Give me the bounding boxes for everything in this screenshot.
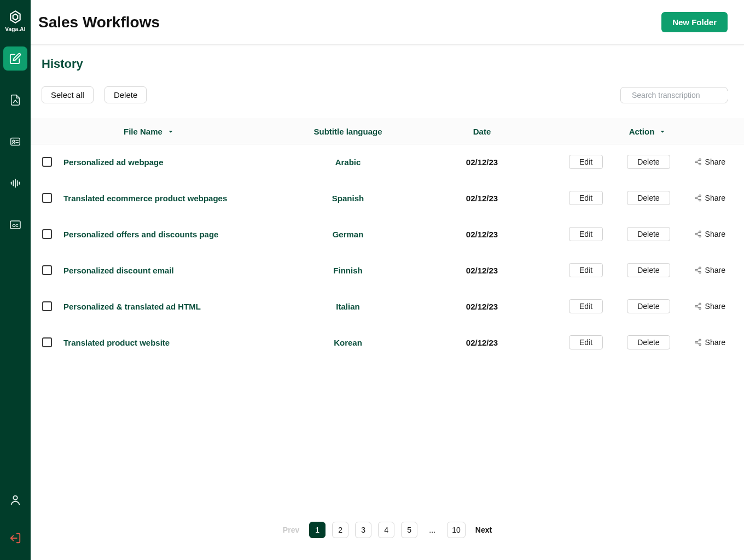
new-folder-button[interactable]: New Folder — [661, 12, 728, 32]
svg-line-23 — [697, 199, 699, 200]
page-title: Sales Workflows — [38, 14, 160, 31]
share-label: Share — [705, 230, 725, 238]
table-body: Personalized ad webpage Arabic 02/12/23 … — [31, 144, 744, 360]
file-name[interactable]: Translated product website — [63, 338, 282, 347]
subtitle-language: Korean — [282, 338, 414, 347]
sidebar-item-card[interactable] — [3, 130, 27, 154]
row-actions: Edit Delete Share — [550, 227, 744, 241]
row-checkbox[interactable] — [42, 157, 52, 167]
th-file-name[interactable]: File Name — [124, 127, 162, 136]
file-name[interactable]: Personalized ad webpage — [63, 158, 282, 167]
share-button[interactable]: Share — [694, 230, 725, 238]
sidebar-item-pdf[interactable] — [3, 88, 27, 112]
table-row: Translated product website Korean 02/12/… — [31, 325, 744, 360]
share-button[interactable]: Share — [694, 338, 725, 347]
edit-button[interactable]: Edit — [569, 191, 603, 205]
row-delete-button[interactable]: Delete — [627, 155, 670, 169]
share-button[interactable]: Share — [694, 266, 725, 275]
row-checkbox[interactable] — [42, 337, 52, 347]
search-box[interactable] — [620, 87, 728, 103]
row-checkbox[interactable] — [42, 265, 52, 275]
sidebar-item-profile[interactable] — [3, 488, 27, 512]
svg-line-24 — [697, 196, 699, 197]
brand-name: Vaga.AI — [5, 26, 26, 32]
row-checkbox[interactable] — [42, 301, 52, 311]
pagination-page[interactable]: 1 — [309, 522, 326, 538]
row-actions: Edit Delete Share — [550, 155, 744, 169]
sidebar-item-audio[interactable] — [3, 171, 27, 195]
svg-point-11 — [13, 496, 17, 500]
share-label: Share — [705, 194, 725, 202]
file-pdf-icon — [9, 94, 21, 106]
table: File Name Subtitle language Date Action … — [31, 119, 744, 506]
row-delete-button[interactable]: Delete — [627, 263, 670, 277]
pagination-page[interactable]: 2 — [332, 522, 348, 538]
edit-button[interactable]: Edit — [569, 227, 603, 241]
id-card-icon — [9, 136, 21, 148]
row-checkbox[interactable] — [42, 193, 52, 203]
file-name[interactable]: Personalized offers and discounts page — [63, 230, 282, 239]
pagination-ellipsis: ... — [424, 526, 440, 534]
share-icon — [694, 339, 702, 346]
file-name[interactable]: Personalized & translated ad HTML — [63, 302, 282, 311]
pagination: Prev12345...10Next — [31, 506, 744, 560]
subtitle-language: Finnish — [282, 266, 414, 275]
row-checkbox[interactable] — [42, 229, 52, 239]
svg-line-34 — [697, 269, 699, 270]
edit-square-icon — [9, 52, 21, 65]
edit-button[interactable]: Edit — [569, 299, 603, 313]
th-subtitle-language[interactable]: Subtitle language — [313, 127, 382, 136]
svg-line-39 — [697, 305, 699, 306]
file-name[interactable]: Translated ecommerce product webpages — [63, 194, 282, 203]
search-input[interactable] — [632, 91, 728, 100]
user-icon — [9, 494, 21, 506]
delete-button[interactable]: Delete — [104, 86, 147, 103]
pagination-next[interactable]: Next — [472, 523, 495, 536]
toolbar: Select all Delete — [31, 86, 744, 119]
pagination-page[interactable]: 4 — [378, 522, 394, 538]
share-button[interactable]: Share — [694, 194, 725, 202]
th-date[interactable]: Date — [473, 127, 491, 136]
row-delete-button[interactable]: Delete — [627, 191, 670, 205]
svg-line-38 — [697, 307, 699, 308]
row-date: 02/12/23 — [414, 302, 550, 311]
subtitle-language: Arabic — [282, 158, 414, 167]
topbar: Sales Workflows New Folder — [31, 0, 744, 45]
edit-button[interactable]: Edit — [569, 335, 603, 349]
share-button[interactable]: Share — [694, 158, 725, 166]
subtitle-language: Spanish — [282, 194, 414, 203]
row-delete-button[interactable]: Delete — [627, 335, 670, 349]
row-actions: Edit Delete Share — [550, 263, 744, 277]
select-all-button[interactable]: Select all — [42, 86, 94, 103]
row-delete-button[interactable]: Delete — [627, 227, 670, 241]
pagination-page[interactable]: 3 — [355, 522, 371, 538]
pagination-prev[interactable]: Prev — [280, 523, 303, 536]
sidebar-item-logout[interactable] — [3, 526, 27, 550]
share-label: Share — [705, 266, 725, 275]
section-header: History — [31, 57, 744, 71]
table-row: Personalized discount email Finnish 02/1… — [31, 253, 744, 288]
subtitle-language: Italian — [282, 302, 414, 311]
pagination-page[interactable]: 5 — [401, 522, 417, 538]
sidebar-item-edit[interactable] — [3, 46, 27, 71]
th-action[interactable]: Action — [629, 127, 655, 136]
table-row: Personalized & translated ad HTML Italia… — [31, 289, 744, 324]
pagination-page[interactable]: 10 — [447, 522, 466, 538]
svg-rect-2 — [11, 138, 20, 145]
share-button[interactable]: Share — [694, 302, 725, 311]
file-name[interactable]: Personalized discount email — [63, 266, 282, 275]
edit-button[interactable]: Edit — [569, 263, 603, 277]
audio-wave-icon — [9, 177, 21, 189]
svg-marker-0 — [10, 11, 20, 23]
share-icon — [694, 302, 702, 310]
svg-line-19 — [697, 160, 699, 161]
row-date: 02/12/23 — [414, 194, 550, 203]
row-actions: Edit Delete Share — [550, 191, 744, 205]
edit-button[interactable]: Edit — [569, 155, 603, 169]
caret-down-icon — [660, 129, 665, 135]
row-delete-button[interactable]: Delete — [627, 299, 670, 313]
sidebar-item-cc[interactable]: CC — [3, 213, 27, 237]
table-head: File Name Subtitle language Date Action — [31, 119, 744, 144]
share-icon — [694, 158, 702, 166]
svg-point-3 — [13, 140, 15, 142]
